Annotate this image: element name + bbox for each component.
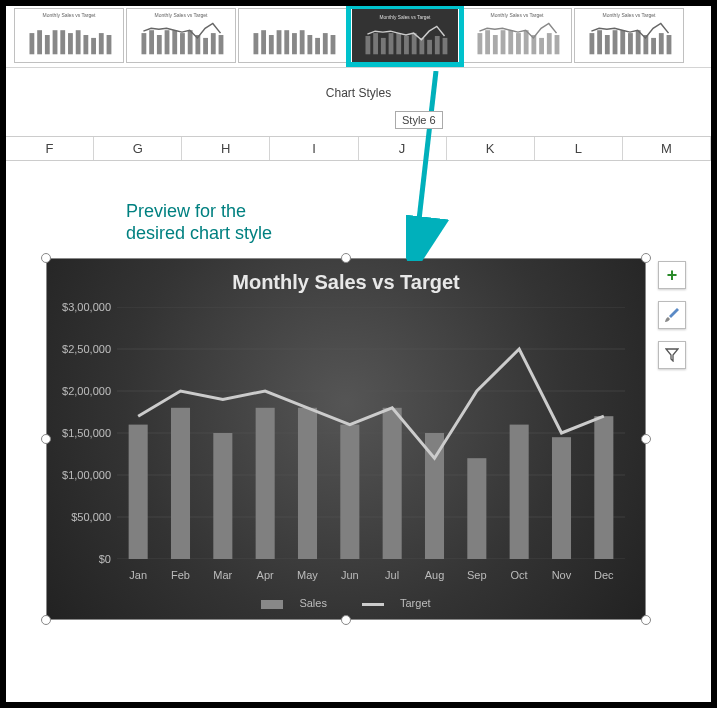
y-axis-labels: $0 $50,000 $1,00,000 $1,50,000 $2,00,000… — [47, 307, 115, 559]
svg-rect-43 — [427, 40, 432, 54]
svg-rect-5 — [68, 33, 73, 54]
svg-rect-16 — [180, 33, 185, 54]
svg-rect-58 — [597, 30, 602, 54]
svg-rect-78 — [213, 433, 232, 559]
svg-rect-8 — [91, 38, 96, 54]
svg-rect-4 — [60, 30, 65, 54]
svg-rect-14 — [165, 30, 170, 54]
svg-rect-15 — [172, 30, 177, 54]
svg-rect-61 — [620, 30, 625, 54]
svg-rect-59 — [605, 35, 610, 54]
svg-rect-38 — [389, 33, 394, 54]
svg-rect-79 — [256, 408, 275, 559]
resize-handle[interactable] — [341, 253, 351, 263]
svg-rect-13 — [157, 35, 162, 54]
legend-swatch-sales — [261, 600, 283, 609]
chart-legend: Sales Target — [47, 597, 645, 609]
resize-handle[interactable] — [641, 434, 651, 444]
svg-rect-25 — [277, 30, 282, 54]
svg-rect-28 — [300, 30, 305, 54]
col-header[interactable]: M — [623, 137, 711, 160]
svg-rect-57 — [589, 33, 594, 54]
svg-rect-76 — [129, 425, 148, 559]
svg-rect-10 — [107, 35, 112, 54]
chart-style-gallery: Monthly Sales vs Target Monthly Sales vs… — [6, 6, 711, 68]
svg-rect-21 — [219, 35, 224, 54]
chart-side-buttons: + — [658, 261, 686, 369]
svg-rect-60 — [613, 30, 618, 54]
spreadsheet-column-headers: F G H I J K L M — [6, 136, 711, 161]
svg-rect-66 — [659, 33, 664, 54]
svg-rect-48 — [493, 35, 498, 54]
brush-icon — [664, 307, 680, 323]
style-tooltip: Style 6 — [395, 111, 443, 129]
chart-object[interactable]: Monthly Sales vs Target $0 $50,000 $1,00… — [46, 258, 646, 620]
x-axis-labels: Jan Feb Mar Apr May Jun Jul Aug Sep Oct … — [117, 569, 625, 581]
svg-rect-2 — [45, 35, 50, 54]
svg-rect-3 — [53, 30, 58, 54]
svg-rect-82 — [383, 408, 402, 559]
gallery-group-label: Chart Styles — [6, 68, 711, 104]
style-thumb-3[interactable] — [238, 8, 348, 63]
svg-rect-44 — [435, 36, 440, 54]
svg-rect-85 — [510, 425, 529, 559]
svg-rect-62 — [628, 33, 633, 54]
svg-rect-30 — [315, 38, 320, 54]
svg-rect-23 — [261, 30, 266, 54]
svg-rect-27 — [292, 33, 297, 54]
svg-rect-19 — [203, 38, 208, 54]
style-thumb-6[interactable]: Monthly Sales vs Target — [574, 8, 684, 63]
svg-rect-12 — [149, 30, 154, 54]
chart-filter-button[interactable] — [658, 341, 686, 369]
col-header[interactable]: J — [359, 137, 447, 160]
svg-rect-84 — [467, 458, 486, 559]
funnel-icon — [665, 348, 679, 362]
col-header[interactable]: L — [535, 137, 623, 160]
svg-rect-67 — [667, 35, 672, 54]
svg-rect-40 — [404, 36, 409, 54]
resize-handle[interactable] — [341, 615, 351, 625]
col-header[interactable]: H — [182, 137, 270, 160]
chart-canvas: Monthly Sales vs Target $0 $50,000 $1,00… — [46, 258, 646, 620]
svg-rect-24 — [269, 35, 274, 54]
svg-rect-41 — [412, 33, 417, 54]
plus-icon: + — [667, 265, 678, 286]
svg-rect-1 — [37, 30, 42, 54]
col-header[interactable]: F — [6, 137, 94, 160]
svg-rect-32 — [331, 35, 336, 54]
svg-rect-6 — [76, 30, 81, 54]
resize-handle[interactable] — [41, 253, 51, 263]
svg-rect-55 — [547, 33, 552, 54]
chart-elements-button[interactable]: + — [658, 261, 686, 289]
svg-rect-9 — [99, 33, 104, 54]
col-header[interactable]: I — [270, 137, 358, 160]
svg-text:Monthly Sales vs Target: Monthly Sales vs Target — [380, 15, 432, 20]
svg-rect-81 — [340, 425, 359, 559]
style-thumb-4-selected[interactable]: Monthly Sales vs Target — [350, 8, 460, 63]
chart-title: Monthly Sales vs Target — [47, 259, 645, 302]
col-header[interactable]: G — [94, 137, 182, 160]
svg-rect-0 — [29, 33, 34, 54]
svg-rect-36 — [373, 33, 378, 54]
resize-handle[interactable] — [641, 253, 651, 263]
svg-rect-87 — [594, 416, 613, 559]
svg-rect-7 — [83, 35, 88, 54]
style-thumb-1[interactable]: Monthly Sales vs Target — [14, 8, 124, 63]
svg-rect-50 — [508, 30, 513, 54]
svg-rect-77 — [171, 408, 190, 559]
resize-handle[interactable] — [41, 615, 51, 625]
resize-handle[interactable] — [641, 615, 651, 625]
svg-rect-51 — [516, 33, 521, 54]
col-header[interactable]: K — [447, 137, 535, 160]
plot-area — [117, 307, 625, 559]
svg-rect-31 — [323, 33, 328, 54]
svg-rect-11 — [141, 33, 146, 54]
svg-rect-47 — [485, 30, 490, 54]
svg-rect-37 — [381, 38, 386, 54]
resize-handle[interactable] — [41, 434, 51, 444]
style-thumb-5[interactable]: Monthly Sales vs Target — [462, 8, 572, 63]
svg-rect-45 — [443, 38, 448, 54]
style-thumb-2[interactable]: Monthly Sales vs Target — [126, 8, 236, 63]
svg-rect-65 — [651, 38, 656, 54]
chart-styles-button[interactable] — [658, 301, 686, 329]
